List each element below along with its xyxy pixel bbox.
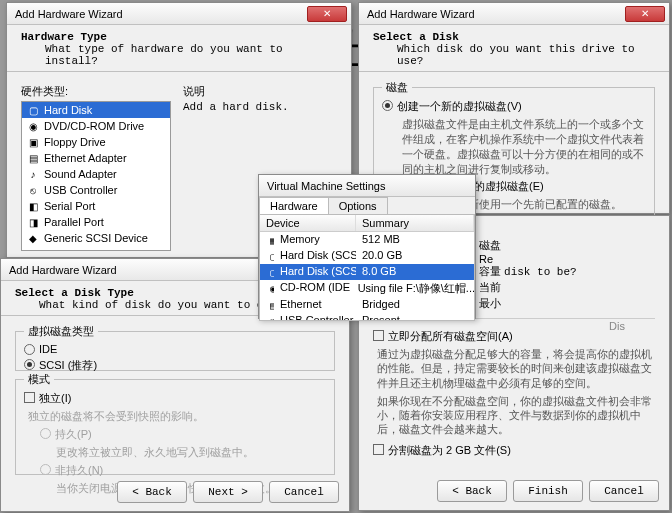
back-button[interactable]: < Back: [117, 481, 187, 503]
col-device: Device: [260, 215, 356, 231]
list-item-scsi[interactable]: ◆Generic SCSI Device: [22, 230, 170, 246]
radio-scsi[interactable]: SCSI (推荐): [24, 358, 326, 373]
harddisk-icon: ▢: [26, 103, 40, 117]
tab-hardware[interactable]: Hardware: [259, 197, 329, 214]
usb-icon: ⎋: [266, 314, 274, 321]
table-row[interactable]: ⎋USB ControllerPresent: [260, 313, 474, 321]
list-item-serial[interactable]: ◧Serial Port: [22, 198, 170, 214]
finish-button[interactable]: Finish: [513, 480, 583, 502]
hint-create-new: 虚拟磁盘文件是由主机文件系统上的一个或多个文件组成，在客户机操作系统中一个虚拟文…: [382, 117, 646, 176]
list-item-floppy[interactable]: ▣Floppy Drive: [22, 134, 170, 150]
close-button[interactable]: ✕: [625, 6, 665, 22]
heading: Hardware Type: [21, 31, 337, 43]
subheading: Which disk do you want this drive to use…: [373, 43, 655, 67]
table-row[interactable]: ▦Memory512 MB: [260, 232, 474, 248]
heading: Select a Disk: [373, 31, 655, 43]
side-max: 最小: [479, 296, 577, 311]
list-item-dvd[interactable]: ◉DVD/CD-ROM Drive: [22, 118, 170, 134]
hint-allocate2: 如果你现在不分配磁盘空间，你的虚拟磁盘文件初会非常小，随着你安装应用程序、文件与…: [373, 394, 655, 437]
scsi-icon: ◆: [26, 231, 40, 245]
checkbox-split[interactable]: 分割磁盘为 2 GB 文件(S): [373, 443, 655, 458]
harddisk-icon: ▢: [266, 249, 274, 263]
hint-persistent: 更改将立被立即、永久地写入到磁盘中。: [24, 445, 326, 460]
serial-icon: ◧: [26, 199, 40, 213]
hint-independent: 独立的磁盘将不会受到快照的影响。: [24, 409, 326, 424]
hardware-listbox[interactable]: ▢Hard Disk ◉DVD/CD-ROM Drive ▣Floppy Dri…: [21, 101, 171, 251]
group-disk: 磁盘: [382, 80, 412, 95]
memory-icon: ▦: [266, 233, 274, 247]
radio-create-new[interactable]: 创建一个新的虚拟磁盘(V): [382, 99, 646, 114]
list-item-sound[interactable]: ♪Sound Adapter: [22, 166, 170, 182]
desc-text: Add a hard disk.: [183, 101, 337, 113]
table-row[interactable]: ◉CD-ROM (IDE 1:0)Using file F:\静像\红帽...: [260, 280, 474, 297]
side-cur: 当前: [479, 280, 577, 295]
harddisk-icon: ▢: [266, 265, 274, 279]
next-button[interactable]: Next >: [193, 481, 263, 503]
hwtype-label: 硬件类型:: [21, 84, 171, 99]
list-item-parallel[interactable]: ◨Parallel Port: [22, 214, 170, 230]
parallel-icon: ◨: [26, 215, 40, 229]
vm-settings-window: Virtual Machine Settings Hardware Option…: [258, 174, 476, 319]
cdrom-icon: ◉: [266, 281, 274, 295]
close-button[interactable]: ✕: [307, 6, 347, 22]
list-item-ethernet[interactable]: ▤Ethernet Adapter: [22, 150, 170, 166]
col-summary: Summary: [356, 215, 474, 231]
floppy-icon: ▣: [26, 135, 40, 149]
cancel-button[interactable]: Cancel: [269, 481, 339, 503]
title: Virtual Machine Settings: [263, 180, 471, 192]
table-row[interactable]: ▢Hard Disk (SCSI...8.0 GB: [260, 264, 474, 280]
group-disktype: 虚拟磁盘类型: [24, 324, 98, 339]
checkbox-independent[interactable]: 独立(I): [24, 391, 326, 406]
ethernet-icon: ▤: [266, 298, 274, 312]
cancel-button[interactable]: Cancel: [589, 480, 659, 502]
radio-persistent: 持久(P): [24, 427, 326, 442]
subheading: What type of hardware do you want to ins…: [21, 43, 337, 67]
radio-ide[interactable]: IDE: [24, 343, 326, 355]
list-item-harddisk[interactable]: ▢Hard Disk: [22, 102, 170, 118]
title: Add Hardware Wizard: [11, 8, 307, 20]
titlebar: Add Hardware Wizard ✕: [359, 3, 669, 25]
titlebar: Add Hardware Wizard ✕: [7, 3, 351, 25]
sound-icon: ♪: [26, 167, 40, 181]
tab-options[interactable]: Options: [328, 197, 388, 214]
titlebar: Virtual Machine Settings: [259, 175, 475, 197]
desc-label: 说明: [183, 84, 337, 99]
table-row[interactable]: ▤EthernetBridged: [260, 297, 474, 313]
dvd-icon: ◉: [26, 119, 40, 133]
usb-icon: ⎋: [26, 183, 40, 197]
back-button[interactable]: < Back: [437, 480, 507, 502]
side-header: 磁盘: [479, 239, 501, 251]
side-cap: 容量: [479, 265, 501, 277]
title: Add Hardware Wizard: [363, 8, 625, 20]
list-item-usb[interactable]: ⎋USB Controller: [22, 182, 170, 198]
ethernet-icon: ▤: [26, 151, 40, 165]
group-mode: 模式: [24, 372, 54, 387]
radio-nonpersistent: 非持久(N): [24, 463, 326, 478]
hint-allocate: 通过为虚拟磁盘分配足够大的容量，将会提高你的虚拟机的性能。但是，持定需要较长的时…: [373, 347, 655, 390]
table-row[interactable]: ▢Hard Disk (SCSI...20.0 GB: [260, 248, 474, 264]
